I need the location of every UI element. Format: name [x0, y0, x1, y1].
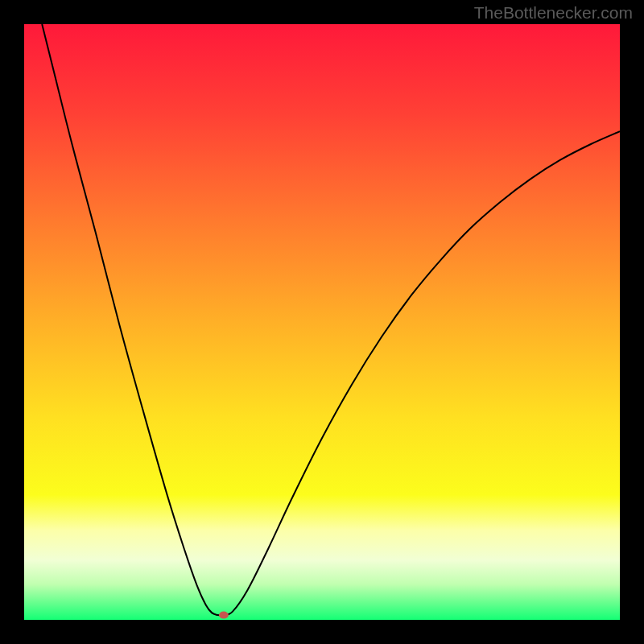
- minimum-marker: [219, 612, 229, 619]
- gradient-background: [24, 24, 620, 620]
- bottleneck-chart: [24, 24, 620, 620]
- chart-frame: [24, 24, 620, 620]
- watermark-text: TheBottlenecker.com: [474, 3, 633, 23]
